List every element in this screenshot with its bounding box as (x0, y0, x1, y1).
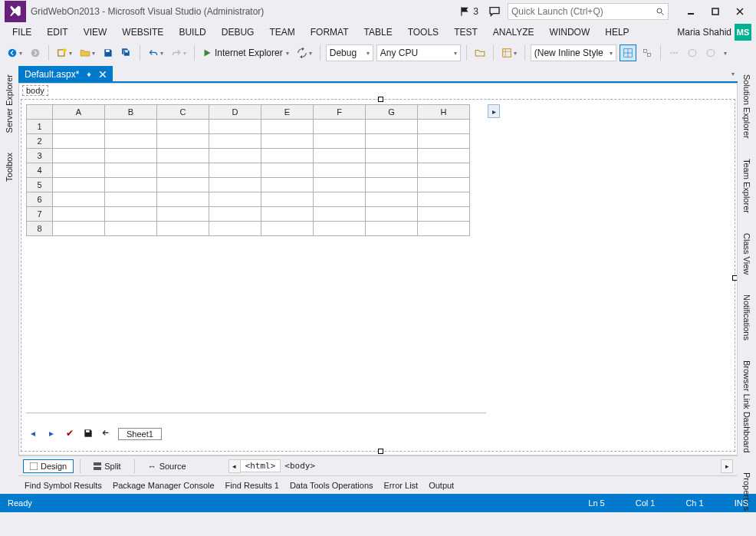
grid-cell[interactable] (261, 222, 314, 236)
panel-output[interactable]: Output (429, 481, 454, 490)
close-button[interactable] (728, 3, 751, 20)
snap-button[interactable] (639, 44, 655, 61)
grid-cell[interactable] (418, 163, 470, 178)
grid-cell[interactable] (157, 134, 209, 149)
grid-cell[interactable] (418, 149, 470, 163)
row-header[interactable]: 7 (27, 207, 53, 222)
grid-cell[interactable] (105, 222, 157, 236)
undo-button[interactable]: ▾ (146, 44, 166, 61)
grid-cell[interactable] (366, 149, 418, 163)
grid-cell[interactable] (314, 163, 366, 178)
row-header[interactable]: 4 (27, 163, 53, 178)
grid-cell[interactable] (53, 149, 105, 163)
new-folder-button[interactable] (472, 44, 488, 61)
server-explorer-tab[interactable]: Server Explorer (2, 67, 16, 140)
breadcrumb-html[interactable]: <html> (240, 459, 281, 472)
grid-cell[interactable] (418, 120, 470, 134)
grid-cell[interactable] (314, 222, 366, 236)
grid-cell[interactable] (261, 134, 314, 149)
menu-help[interactable]: HELP (597, 25, 636, 40)
design-view-button[interactable]: Design (23, 459, 74, 473)
column-header[interactable]: C (157, 105, 209, 120)
column-header[interactable]: D (209, 105, 261, 120)
signed-in-user[interactable]: Maria Shahid (677, 27, 735, 38)
class-view-tab[interactable]: Class View (740, 226, 754, 281)
grid-cell[interactable] (261, 178, 314, 192)
grid-cell[interactable] (157, 178, 209, 192)
split-view-button[interactable]: Split (87, 459, 127, 473)
menu-build[interactable]: BUILD (171, 25, 213, 40)
extra-tool-2[interactable] (685, 44, 700, 61)
start-debug-button[interactable]: Internet Explorer ▾ (200, 44, 291, 61)
menu-window[interactable]: WINDOW (542, 25, 598, 40)
panel-find-results[interactable]: Find Results 1 (225, 481, 279, 490)
panel-find-symbol[interactable]: Find Symbol Results (25, 481, 102, 490)
grid-cell[interactable] (105, 149, 157, 163)
grid-cell[interactable] (261, 120, 314, 134)
breadcrumb-body[interactable]: <body> (280, 460, 320, 472)
team-explorer-tab[interactable]: Team Explorer (740, 152, 754, 220)
toolbar-overflow[interactable]: ▾ (721, 44, 729, 61)
grid-cell[interactable] (105, 207, 157, 222)
grid-cell[interactable] (105, 192, 157, 207)
open-file-button[interactable]: ▾ (77, 44, 97, 61)
show-grid-button[interactable] (620, 44, 636, 61)
properties-tab[interactable]: Properties (740, 465, 754, 518)
grid-cell[interactable] (53, 163, 105, 178)
extra-tool-3[interactable] (703, 44, 718, 61)
save-button[interactable] (100, 44, 116, 61)
menu-analyze[interactable]: ANALYZE (485, 25, 542, 40)
browser-link-refresh-button[interactable]: ▾ (294, 44, 314, 61)
table-insert-button[interactable]: ▾ (499, 44, 519, 61)
redo-button[interactable]: ▾ (169, 44, 189, 61)
column-header[interactable]: H (418, 105, 470, 120)
extra-tool-1[interactable] (666, 44, 682, 61)
row-header[interactable]: 2 (27, 134, 53, 149)
grid-cell[interactable] (157, 192, 209, 207)
grid-control[interactable]: ABCDEFGH 12345678 ▸ ◂ ▸ ✔ Sheet1 (21, 99, 735, 452)
grid-cell[interactable] (105, 120, 157, 134)
grid-cell[interactable] (314, 134, 366, 149)
grid-cell[interactable] (366, 178, 418, 192)
quick-launch-box[interactable]: Quick Launch (Ctrl+Q) (508, 3, 669, 20)
menu-website[interactable]: WEBSITE (114, 25, 171, 40)
menu-table[interactable]: TABLE (357, 25, 400, 40)
grid-cell[interactable] (53, 222, 105, 236)
restore-button[interactable] (704, 3, 727, 20)
toolbox-tab[interactable]: Toolbox (2, 146, 16, 189)
source-view-button[interactable]: ↔ Source (141, 459, 193, 473)
grid-cell[interactable] (53, 134, 105, 149)
design-surface[interactable]: body ABCDEFGH 12345678 ▸ ◂ ▸ ✔ (18, 83, 738, 455)
notification-flag[interactable]: 3 (459, 6, 478, 17)
user-avatar[interactable]: MS (735, 24, 751, 41)
grid-cell[interactable] (209, 134, 261, 149)
grid-cell[interactable] (261, 149, 314, 163)
grid-cell[interactable] (209, 207, 261, 222)
grid-cell[interactable] (314, 120, 366, 134)
menu-tools[interactable]: TOOLS (400, 25, 446, 40)
close-tab-icon[interactable] (99, 71, 107, 77)
spreadsheet-grid[interactable]: ABCDEFGH 12345678 (26, 104, 470, 236)
column-header[interactable]: B (105, 105, 157, 120)
grid-cell[interactable] (366, 134, 418, 149)
row-header[interactable]: 1 (27, 120, 53, 134)
grid-cell[interactable] (209, 149, 261, 163)
breadcrumb-next-button[interactable]: ▸ (721, 459, 733, 473)
grid-cell[interactable] (157, 163, 209, 178)
first-sheet-button[interactable]: ◂ (26, 426, 40, 440)
grid-cell[interactable] (418, 207, 470, 222)
grid-cell[interactable] (366, 163, 418, 178)
grid-cell[interactable] (261, 192, 314, 207)
grid-cell[interactable] (418, 178, 470, 192)
grid-cell[interactable] (157, 222, 209, 236)
grid-cell[interactable] (157, 120, 209, 134)
menu-file[interactable]: FILE (5, 25, 39, 40)
row-header[interactable]: 5 (27, 178, 53, 192)
grid-cell[interactable] (261, 163, 314, 178)
panel-pkg-console[interactable]: Package Manager Console (113, 481, 215, 490)
pin-icon[interactable] (85, 71, 93, 77)
menu-test[interactable]: TEST (446, 25, 485, 40)
active-files-dropdown[interactable]: ▾ (728, 66, 738, 83)
feedback-button[interactable] (486, 3, 503, 20)
grid-cell[interactable] (366, 192, 418, 207)
